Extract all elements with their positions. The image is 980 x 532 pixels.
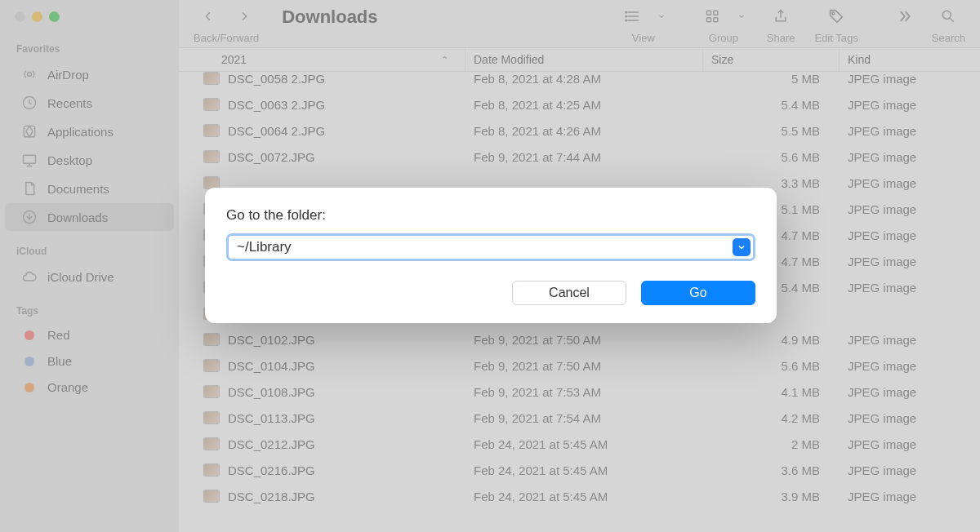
go-to-folder-dialog: Go to the folder: Cancel Go [205,188,777,323]
folder-path-combobox [226,233,755,261]
dialog-buttons: Cancel Go [226,281,755,305]
folder-path-input[interactable] [226,233,755,261]
finder-window: Favorites AirDrop Recents Applications D… [0,0,980,532]
combobox-dropdown-button[interactable] [733,238,751,256]
button-label: Go [689,286,706,300]
go-button[interactable]: Go [641,281,755,305]
button-label: Cancel [549,286,590,300]
cancel-button[interactable]: Cancel [512,281,626,305]
dialog-label: Go to the folder: [226,207,755,224]
